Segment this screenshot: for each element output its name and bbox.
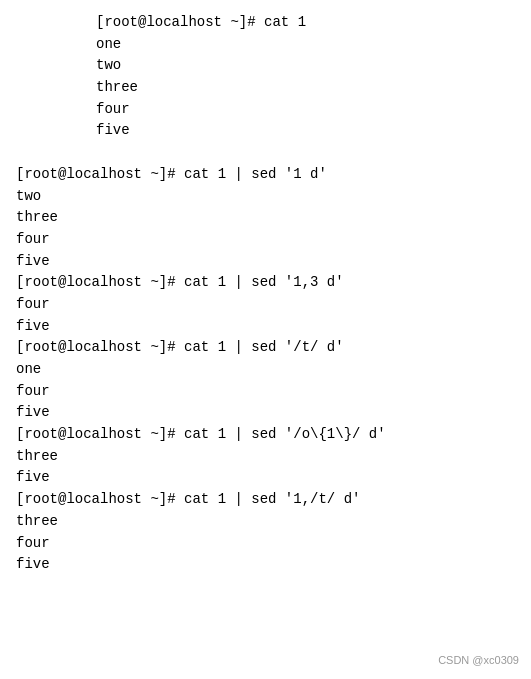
terminal-line: five [16, 120, 515, 142]
terminal-line: [root@localhost ~]# cat 1 [16, 12, 515, 34]
terminal-line: five [16, 316, 515, 338]
terminal-line: five [16, 251, 515, 273]
terminal-line: [root@localhost ~]# cat 1 | sed '/o\{1\}… [16, 424, 515, 446]
terminal-line: five [16, 554, 515, 576]
terminal-line: four [16, 294, 515, 316]
terminal-line: one [16, 34, 515, 56]
terminal-line [16, 142, 515, 164]
terminal-line: two [16, 55, 515, 77]
watermark: CSDN @xc0309 [438, 652, 519, 669]
terminal-line: three [16, 207, 515, 229]
terminal-line: [root@localhost ~]# cat 1 | sed '/t/ d' [16, 337, 515, 359]
terminal-line: four [16, 533, 515, 555]
terminal-line: five [16, 467, 515, 489]
terminal-line: four [16, 229, 515, 251]
terminal-line: four [16, 99, 515, 121]
terminal-line: [root@localhost ~]# cat 1 | sed '1,3 d' [16, 272, 515, 294]
terminal-line: three [16, 446, 515, 468]
terminal-line: three [16, 77, 515, 99]
terminal-line: five [16, 402, 515, 424]
terminal-line: one [16, 359, 515, 381]
terminal-line: [root@localhost ~]# cat 1 | sed '1,/t/ d… [16, 489, 515, 511]
terminal-line: two [16, 186, 515, 208]
terminal-line: four [16, 381, 515, 403]
terminal-container: [root@localhost ~]# cat 1onetwothreefour… [0, 0, 531, 679]
terminal-line: [root@localhost ~]# cat 1 | sed '1 d' [16, 164, 515, 186]
terminal-line: three [16, 511, 515, 533]
